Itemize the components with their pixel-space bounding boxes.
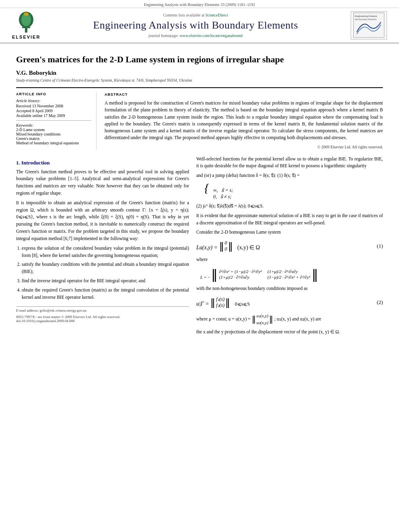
footnote-area: E-mail address: gelio@rdc.crimea.energy.… (16, 306, 189, 323)
article-info-heading: Article Info (16, 92, 91, 96)
eq2-content: u|Γ = ‖ f₁(s) f₂(s) ‖ 0⩽s⩽S (196, 296, 250, 308)
list-item-4: obtain the required Green's function (ma… (22, 287, 189, 301)
abstract-panel: Abstract A method is proposed for the co… (105, 92, 383, 150)
eq2-number: (2) (377, 299, 383, 306)
equation-1: Lu(x,y) = ‖ 0 0 ‖ (x,y) ∈ Ω (1) (196, 240, 383, 252)
section1-heading: 1. Introduction (16, 160, 189, 166)
abstract-text: A method is proposed for the constructio… (105, 100, 383, 142)
cover-svg: Engineering Analysis with Boundary Eleme… (353, 12, 385, 38)
list-item-3: find the inverse integral operator for t… (22, 277, 189, 285)
svg-rect-5 (22, 27, 30, 28)
keywords-section: Keywords: 2-D Lame system Mixed boundary… (16, 123, 91, 145)
L-label: L (200, 275, 203, 279)
elsevier-tree-icon (14, 12, 38, 34)
footnote-email: E-mail address: gelio@rdc.crimea.energy.… (16, 308, 189, 312)
eq1-content: Lu(x,y) = ‖ 0 0 ‖ (x,y) ∈ Ω (196, 240, 260, 252)
piecewise-cases: ∞, s̃ = s; 0, s̃ ≠ s; (213, 187, 233, 200)
journal-cover-image: Engineering Analysis with Boundary Eleme… (351, 11, 387, 39)
keyword-1: 2-D Lame system (16, 127, 91, 132)
matrix-right-bracket: ‖ (312, 267, 318, 282)
contents-availability: Contents lists available at ScienceDirec… (40, 13, 351, 17)
elsevier-text: ELSEVIER (12, 35, 40, 39)
right-para8: the x and the y projections of the displ… (196, 329, 383, 336)
eq1-matrix: ‖ 0 0 ‖ (219, 240, 233, 252)
right-para2: and (or) a jump (delta) function δ = δ(s… (196, 172, 383, 179)
method-steps-list: express the solution of the considered b… (22, 245, 189, 301)
L-equals: = − (204, 275, 210, 279)
cover-thumbnail: Engineering Analysis with Boundary Eleme… (351, 11, 387, 39)
journal-title: Engineering Analysis with Boundary Eleme… (40, 19, 351, 31)
article-meta-section: Article Info Article history: Received 1… (16, 87, 383, 150)
list-item-1: express the solution of the considered b… (22, 245, 189, 259)
list-item-2: satisfy the boundary conditions with the… (22, 261, 189, 275)
intro-para2: It is impossible to obtain an analytical… (16, 199, 189, 242)
right-para1: Well-selected functions for the potentia… (196, 156, 383, 170)
matrix-left-bracket: ‖ (211, 267, 218, 282)
footer-copyright: 0955-7997/$ - see front matter © 2009 El… (16, 315, 189, 323)
piecewise-line: { ∞, s̃ = s; 0, s̃ ≠ s; (204, 182, 383, 200)
received-date: Received 13 November 2008 (16, 104, 91, 108)
keyword-4: Method of boundary integral equations (16, 141, 91, 145)
piecewise-case-1: ∞, s̃ = s; (213, 187, 233, 193)
elsevier-logo: ELSEVIER (12, 12, 40, 39)
journal-homepage: journal homepage: www.elsevier.com/locat… (40, 33, 351, 38)
author-affiliation: Study-training Centre of Crimean Electro… (16, 78, 383, 82)
right-para7: where μ = const; u = u(x,y) = ‖ u₁(x,y) … (196, 312, 383, 326)
history-heading: Article history: (16, 99, 91, 103)
accepted-date: Accepted 8 April 2009 (16, 109, 91, 113)
journal-citation: Engineering Analysis with Boundary Eleme… (144, 2, 255, 7)
left-column: 1. Introduction The Green's function met… (16, 156, 189, 338)
eq2-matrix: ‖ f₁(s) f₂(s) ‖ (210, 296, 230, 308)
L-matrix-block: L = − ‖ ∂²/∂x² + (1−μ)/2 · ∂²/∂y² (1+μ)/… (200, 267, 383, 282)
u-matrix-inline: ‖ u₁(x,y) u₂(x,y) ‖ (252, 312, 273, 326)
footer-line1: 0955-7997/$ - see front matter © 2009 El… (16, 315, 189, 319)
right-column: Well-selected functions for the potentia… (196, 156, 383, 338)
piecewise-case-2: 0, s̃ ≠ s; (213, 194, 233, 200)
main-content: Green's matrices for the 2-D Lame system… (0, 43, 399, 346)
intro-para1: The Green's function method proves to be… (16, 168, 189, 197)
big-brace-icon: { (204, 182, 209, 194)
author-name: V.G. Boborykin (16, 70, 383, 76)
email-label: E-mail address: (16, 308, 39, 312)
keyword-3: Green's matrix (16, 136, 91, 141)
piecewise-function: { ∞, s̃ = s; 0, s̃ ≠ s; (204, 182, 383, 200)
equation-2: u|Γ = ‖ f₁(s) f₂(s) ‖ 0⩽s⩽S (2) (196, 296, 383, 308)
eq1-condition: (x,y) ∈ Ω (237, 244, 260, 251)
right-para5: Consider the 2-D homogeneous Lame system (196, 229, 383, 236)
eq1-number: (1) (377, 243, 383, 249)
svg-text:with Boundary Elements: with Boundary Elements (355, 18, 376, 21)
journal-homepage-link[interactable]: www.elsevier.com/locate/enganabound (180, 33, 243, 38)
right-para4: It is evident that the approximate numer… (196, 212, 383, 227)
L-matrix: ‖ ∂²/∂x² + (1−μ)/2 · ∂²/∂y² (1+μ)/2 · ∂²… (211, 267, 319, 282)
available-date: Available online 17 May 2009 (16, 113, 91, 118)
body-columns: 1. Introduction The Green's function met… (16, 156, 383, 338)
article-info-panel: Article Info Article history: Received 1… (16, 92, 97, 150)
eq2-condition: 0⩽s⩽S (235, 301, 250, 307)
journal-top-bar: Engineering Analysis with Boundary Eleme… (0, 0, 399, 8)
abstract-heading: Abstract (105, 92, 383, 98)
svg-rect-0 (25, 28, 27, 33)
article-title: Green's matrices for the 2-D Lame system… (16, 54, 383, 66)
L-matrix-cells: ∂²/∂x² + (1−μ)/2 · ∂²/∂y² (1+μ)/2 · ∂²/∂… (218, 267, 312, 281)
footer-line2: doi:10.1016/j.enganabound.2009.04.006 (16, 319, 189, 323)
keyword-2: Mixed boundary conditions (16, 132, 91, 136)
keywords-heading: Keywords: (16, 123, 91, 127)
sciencedirect-link[interactable]: ScienceDirect (206, 13, 228, 17)
right-para6: with the non-homogeneous boundary condit… (196, 285, 383, 292)
journal-center-info: Contents lists available at ScienceDirec… (40, 13, 351, 37)
abstract-copyright: © 2009 Elsevier Ltd. All rights reserved… (105, 144, 383, 150)
email-value: gelio@rdc.crimea.energy.gov.ua (39, 308, 86, 312)
svg-point-4 (24, 12, 29, 16)
where-label: where (196, 256, 383, 263)
page: Engineering Analysis with Boundary Eleme… (0, 0, 399, 532)
right-para3: (2) ∫₀ˢ δ(s; s̃)λ(s̃)ds̃ = λ(s); 0⩽s⩽S. (196, 203, 383, 210)
svg-text:Engineering Analysis: Engineering Analysis (355, 15, 377, 17)
journal-header: ELSEVIER Contents lists available at Sci… (0, 8, 399, 43)
